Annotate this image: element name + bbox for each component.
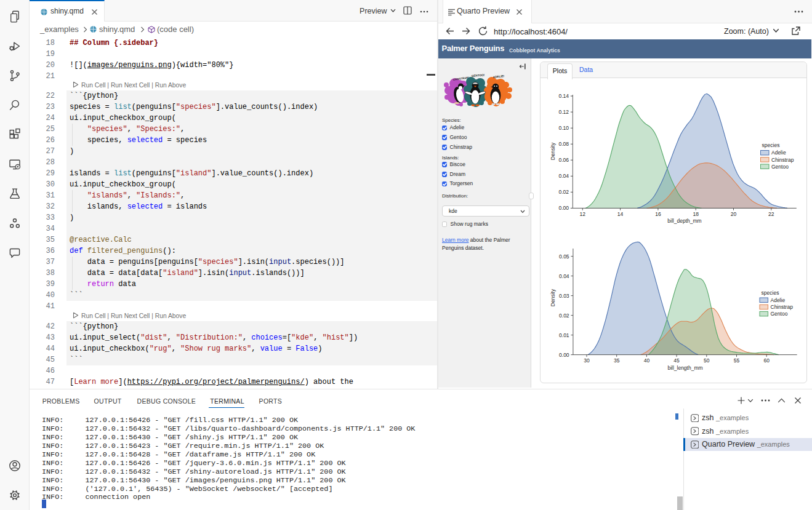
- svg-text:18: 18: [693, 211, 699, 217]
- svg-text:0.00: 0.00: [559, 352, 569, 358]
- svg-text:22: 22: [768, 211, 774, 217]
- svg-text:30: 30: [584, 357, 590, 364]
- svg-text:0.14: 0.14: [558, 93, 569, 99]
- svg-text:45: 45: [673, 357, 680, 364]
- svg-text:Density: Density: [550, 289, 556, 306]
- svg-text:50: 50: [704, 357, 710, 364]
- svg-text:GENTOO!: GENTOO!: [472, 73, 485, 78]
- svg-text:0.12: 0.12: [558, 109, 569, 115]
- svg-text:35: 35: [614, 357, 620, 364]
- svg-text:Gentoo: Gentoo: [771, 311, 788, 317]
- svg-text:Adelie: Adelie: [771, 297, 786, 303]
- svg-text:0.04: 0.04: [558, 173, 569, 179]
- svg-text:60: 60: [763, 357, 770, 364]
- svg-text:0.00: 0.00: [558, 205, 569, 211]
- svg-text:0.04: 0.04: [559, 273, 569, 279]
- svg-text:0.01: 0.01: [559, 332, 569, 338]
- svg-text:14: 14: [617, 211, 624, 217]
- svg-text:16: 16: [655, 211, 661, 217]
- svg-text:0.02: 0.02: [558, 189, 569, 195]
- svg-text:species: species: [762, 290, 779, 296]
- svg-text:12: 12: [580, 211, 586, 217]
- svg-text:Chinstrap: Chinstrap: [771, 304, 794, 310]
- svg-text:55: 55: [734, 357, 740, 364]
- svg-text:20: 20: [731, 211, 737, 217]
- svg-text:Adelie: Adelie: [771, 149, 786, 156]
- svg-text:Chinstrap: Chinstrap: [771, 157, 794, 163]
- svg-text:0.10: 0.10: [558, 125, 569, 131]
- svg-text:bill_length_mm: bill_length_mm: [667, 365, 702, 371]
- svg-text:0.02: 0.02: [559, 313, 569, 319]
- svg-text:0.05: 0.05: [559, 253, 569, 260]
- svg-text:bill_depth_mm: bill_depth_mm: [667, 218, 701, 224]
- svg-text:0.06: 0.06: [558, 157, 569, 163]
- svg-text:40: 40: [644, 357, 650, 364]
- svg-text:Density: Density: [550, 142, 556, 160]
- svg-text:0.08: 0.08: [558, 141, 569, 147]
- svg-text:0.03: 0.03: [559, 293, 569, 299]
- svg-text:species: species: [762, 142, 780, 148]
- svg-text:ADELIE!: ADELIE!: [493, 74, 505, 79]
- svg-text:Gentoo: Gentoo: [771, 164, 789, 170]
